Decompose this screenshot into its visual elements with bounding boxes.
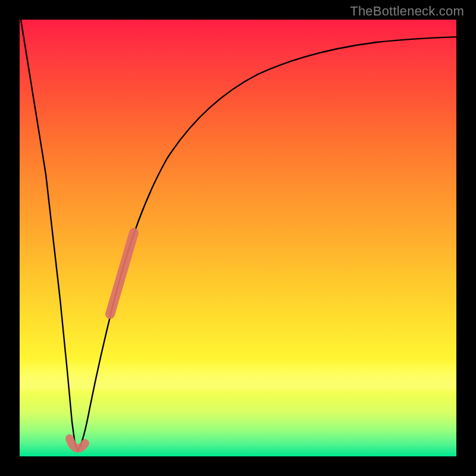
highlight-segment-minimum	[70, 439, 85, 448]
bottleneck-curve	[21, 20, 456, 451]
curve-layer	[20, 20, 456, 456]
chart-frame: TheBottleneck.com	[0, 0, 476, 476]
watermark-text: TheBottleneck.com	[350, 4, 464, 19]
plot-area	[20, 20, 456, 456]
highlight-segment-upper	[110, 233, 134, 314]
